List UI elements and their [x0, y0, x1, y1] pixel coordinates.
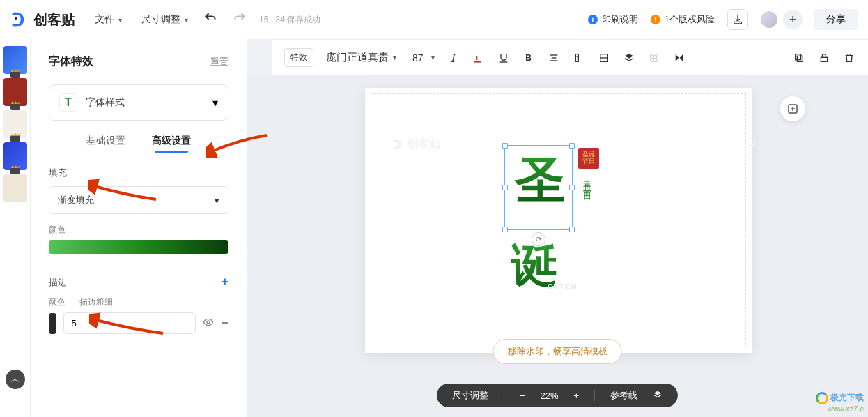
- redo-button[interactable]: [233, 11, 247, 29]
- resize-menu-label: 尺寸调整: [141, 13, 180, 26]
- brand-logo-icon: [10, 10, 29, 29]
- resize-menu[interactable]: 尺寸调整 ▾: [141, 13, 188, 26]
- share-button[interactable]: 分享: [814, 9, 858, 30]
- chevron-down-icon: ▾: [118, 16, 122, 24]
- copyright-warning[interactable]: ! 1个版权风险: [651, 13, 715, 26]
- print-info-label: 印刷说明: [602, 13, 638, 26]
- undo-button[interactable]: [203, 11, 217, 29]
- brand-logo[interactable]: 创客贴: [10, 10, 75, 29]
- brand-name: 创客贴: [33, 10, 75, 29]
- file-menu[interactable]: 文件 ▾: [95, 13, 122, 26]
- share-label: 分享: [826, 13, 846, 24]
- info-icon: i: [588, 15, 598, 24]
- add-collaborator-button[interactable]: +: [783, 10, 803, 29]
- chevron-down-icon: ▾: [185, 16, 188, 24]
- print-info[interactable]: i 印刷说明: [588, 13, 638, 26]
- warning-icon: !: [651, 15, 660, 24]
- svg-rect-1: [734, 22, 742, 24]
- copyright-warning-label: 1个版权风险: [665, 13, 715, 26]
- avatar[interactable]: [761, 11, 777, 28]
- file-menu-label: 文件: [95, 13, 114, 26]
- svg-point-0: [15, 17, 17, 20]
- download-button[interactable]: [727, 9, 748, 30]
- save-status: 15 : 34 保存成功: [259, 14, 320, 26]
